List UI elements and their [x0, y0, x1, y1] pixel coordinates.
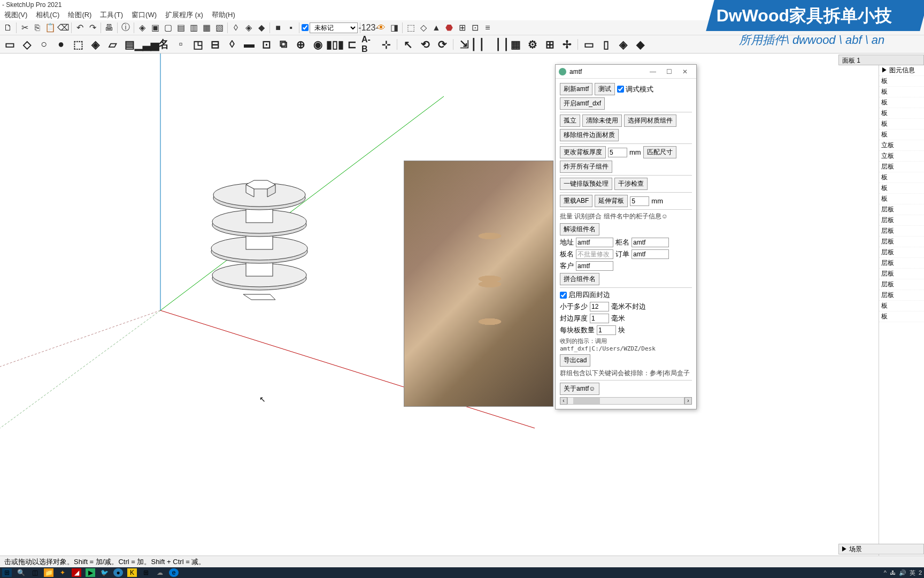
section-display-icon[interactable]: ◇: [418, 22, 429, 34]
viewport[interactable]: ↖: [0, 54, 924, 556]
side-list-item[interactable]: 板: [879, 183, 924, 194]
scroll-right-icon[interactable]: ›: [684, 397, 692, 405]
cab-name-input[interactable]: [632, 238, 669, 247]
sketchup-icon[interactable]: ◢: [72, 568, 81, 577]
each-board-input[interactable]: [597, 325, 616, 335]
connector-icon[interactable]: ⧉: [276, 37, 291, 52]
side-footer-scenes[interactable]: ▶ 场景: [838, 544, 924, 554]
side-list-item[interactable]: 板: [879, 108, 924, 119]
grid-icon[interactable]: ▦: [508, 37, 523, 52]
menu-draw[interactable]: 绘图(R): [68, 10, 91, 20]
layers-icon[interactable]: ⬚: [71, 37, 86, 52]
interference-check-button[interactable]: 干涉检查: [614, 178, 648, 190]
box-icon[interactable]: ▫: [173, 37, 188, 52]
side-list-item[interactable]: 板: [879, 76, 924, 87]
side-list-item[interactable]: 板: [879, 130, 924, 140]
debug-checkbox[interactable]: 调式模式: [617, 85, 653, 94]
side-list-item[interactable]: 板: [879, 172, 924, 183]
extend-input[interactable]: [630, 196, 649, 206]
disc-icon[interactable]: ◉: [310, 37, 325, 52]
cut-icon[interactable]: ✂: [19, 22, 30, 34]
select-icon[interactable]: ↖: [401, 37, 415, 52]
anchor-icon[interactable]: ✢: [559, 37, 574, 52]
style-shaded-icon[interactable]: ◆: [256, 22, 267, 34]
tag-visibility-check[interactable]: [302, 24, 309, 31]
cube-icon[interactable]: ◈: [88, 37, 103, 52]
tray-tab[interactable]: 面板 1: [838, 55, 924, 65]
tray-up-icon[interactable]: ^: [884, 569, 887, 576]
maximize-icon[interactable]: ☐: [661, 68, 677, 75]
ab-button[interactable]: A-B: [361, 37, 376, 52]
minimize-icon[interactable]: —: [645, 68, 661, 75]
app-bird-icon[interactable]: 🐦: [99, 568, 109, 577]
side-list-item[interactable]: 板: [879, 194, 924, 204]
isolate-button[interactable]: 孤立: [560, 115, 580, 127]
side-list-item[interactable]: 层板: [879, 204, 924, 215]
eye-icon[interactable]: 👁: [375, 22, 387, 34]
front-icon[interactable]: ▢: [162, 22, 174, 34]
side-list-item[interactable]: 层板: [879, 215, 924, 226]
section-plane-icon[interactable]: ⬚: [405, 22, 417, 34]
side-list-item[interactable]: 板: [879, 301, 924, 311]
dimension-icon[interactable]: -123-: [363, 22, 374, 34]
style-wire-icon[interactable]: ◊: [230, 22, 242, 34]
open-dxf-button[interactable]: 开启amtf_dxf: [560, 97, 605, 110]
horizontal-scrollbar[interactable]: ‹ ›: [560, 397, 692, 405]
app-misc-icon[interactable]: ☁: [155, 568, 165, 577]
remove-face-material-button[interactable]: 移除组件边面材质: [560, 129, 619, 141]
panel-icon[interactable]: ▱: [105, 37, 120, 52]
test-button[interactable]: 测试: [595, 83, 615, 95]
about-button[interactable]: 关于amtf☺: [560, 383, 599, 395]
export-cad-button[interactable]: 导出cad: [560, 354, 590, 367]
side-list-item[interactable]: 板: [879, 119, 924, 130]
drawer-icon[interactable]: ⊟: [207, 37, 222, 52]
bottom-icon[interactable]: ▧: [213, 22, 225, 34]
ime-indicator[interactable]: 英: [910, 569, 915, 577]
app-icon[interactable]: ✦: [58, 568, 67, 577]
extend-back-button[interactable]: 延伸背板: [595, 195, 628, 207]
explode-all-button[interactable]: 炸开所有子组件: [560, 161, 612, 173]
solid-icon[interactable]: ◆: [633, 37, 648, 52]
app-yellow-icon[interactable]: K: [127, 568, 137, 577]
side-list-item[interactable]: 立板: [879, 140, 924, 151]
refresh-button[interactable]: 刷新amtf: [560, 83, 592, 95]
ruler-icon[interactable]: ⊏: [344, 37, 359, 52]
undo-icon[interactable]: ↶: [74, 22, 86, 34]
delete-icon[interactable]: ⌫: [57, 22, 69, 34]
scroll-thumb[interactable]: [573, 398, 600, 404]
addr-input[interactable]: [576, 238, 613, 247]
diamond-icon[interactable]: ◊: [225, 37, 240, 52]
section-fill-icon[interactable]: ⬣: [443, 22, 455, 34]
right-icon[interactable]: ▤: [175, 22, 187, 34]
box3d-icon[interactable]: ◳: [190, 37, 205, 52]
rect-icon[interactable]: ▭: [2, 37, 17, 52]
side-list-item[interactable]: 层板: [879, 279, 924, 290]
side-list-item[interactable]: 立板: [879, 151, 924, 162]
iso-icon[interactable]: ◈: [136, 22, 148, 34]
left-icon[interactable]: ▦: [201, 22, 212, 34]
side-list-item[interactable]: 层板: [879, 237, 924, 247]
align-left-icon[interactable]: ▏▏: [474, 37, 489, 52]
section-icon[interactable]: ◨: [388, 22, 400, 34]
model-info-icon[interactable]: ⓘ: [120, 22, 132, 34]
side-list-item[interactable]: 层板: [879, 290, 924, 301]
app-circle-icon[interactable]: ●: [113, 568, 123, 577]
top-icon[interactable]: ▣: [149, 22, 161, 34]
paste-icon[interactable]: 📋: [44, 22, 56, 34]
scroll-track[interactable]: [567, 397, 684, 405]
clear-unused-button[interactable]: 清除未使用: [582, 115, 622, 127]
split-icon[interactable]: ⊡: [259, 37, 274, 52]
edge-icon[interactable]: e: [169, 568, 179, 577]
window-icon[interactable]: ▭: [581, 37, 596, 52]
side-list-header[interactable]: ▶ 图元信息: [879, 65, 924, 76]
scroll-left-icon[interactable]: ‹: [560, 397, 567, 405]
side-list-item[interactable]: 层板: [879, 226, 924, 237]
side-list-item[interactable]: 层板: [879, 269, 924, 279]
apps-grid-icon[interactable]: ⊞: [141, 568, 151, 577]
shelf-icon[interactable]: ▬: [242, 37, 257, 52]
start-button[interactable]: ⊞: [2, 568, 12, 577]
menu-tools[interactable]: 工具(T): [100, 10, 123, 20]
fit-size-button[interactable]: 匹配尺寸: [643, 146, 676, 158]
select-same-material-button[interactable]: 选择同材质组件: [624, 115, 676, 127]
section-cut-icon[interactable]: ▲: [430, 22, 442, 34]
